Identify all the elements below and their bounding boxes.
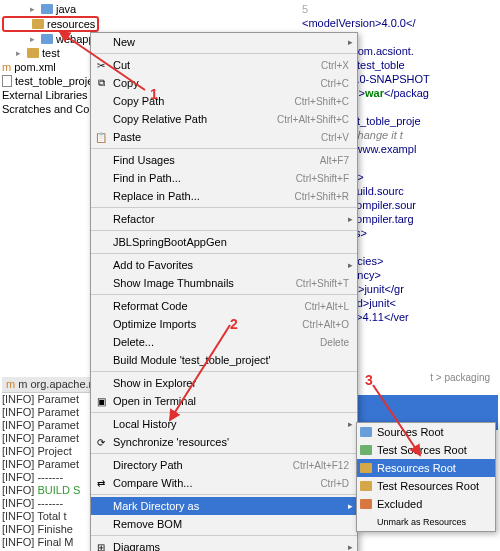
folder-icon bbox=[27, 48, 39, 58]
annotation-3: 3 bbox=[365, 372, 373, 388]
sub-resources[interactable]: Resources Root bbox=[357, 459, 495, 477]
folder-icon bbox=[32, 19, 44, 29]
sub-sources[interactable]: Sources Root bbox=[357, 423, 495, 441]
menu-optimports[interactable]: Optimize ImportsCtrl+Alt+O bbox=[91, 315, 357, 333]
menu-addfav[interactable]: Add to Favorites▸ bbox=[91, 256, 357, 274]
terminal-icon: ▣ bbox=[94, 396, 108, 407]
menu-cut[interactable]: ✂CutCtrl+X bbox=[91, 56, 357, 74]
menu-localhist[interactable]: Local History▸ bbox=[91, 415, 357, 433]
context-menu: New▸ ✂CutCtrl+X ⧉CopyCtrl+C Copy PathCtr… bbox=[90, 32, 358, 551]
menu-copy[interactable]: ⧉CopyCtrl+C bbox=[91, 74, 357, 92]
menu-copypath[interactable]: Copy PathCtrl+Shift+C bbox=[91, 92, 357, 110]
menu-build[interactable]: Build Module 'test_toble_project' bbox=[91, 351, 357, 369]
markdir-submenu: Sources Root Test Sources Root Resources… bbox=[356, 422, 496, 532]
menu-explorer[interactable]: Show in Explorer bbox=[91, 374, 357, 392]
paste-icon: 📋 bbox=[94, 132, 108, 143]
sub-excluded[interactable]: Excluded bbox=[357, 495, 495, 513]
folder-icon bbox=[360, 427, 372, 437]
compare-icon: ⇄ bbox=[94, 478, 108, 489]
menu-paste[interactable]: 📋PasteCtrl+V bbox=[91, 128, 357, 146]
folder-icon bbox=[360, 481, 372, 491]
diagram-icon: ⊞ bbox=[94, 542, 108, 552]
sync-icon: ⟳ bbox=[94, 437, 108, 448]
menu-findusages[interactable]: Find UsagesAlt+F7 bbox=[91, 151, 357, 169]
cut-icon: ✂ bbox=[94, 60, 108, 71]
sub-testsources[interactable]: Test Sources Root bbox=[357, 441, 495, 459]
folder-icon bbox=[360, 445, 372, 455]
menu-replaceinpath[interactable]: Replace in Path...Ctrl+Shift+R bbox=[91, 187, 357, 205]
breadcrumb: t > packaging bbox=[430, 372, 490, 383]
menu-sync[interactable]: ⟳Synchronize 'resources' bbox=[91, 433, 357, 451]
menu-markdir[interactable]: Mark Directory as▸ bbox=[91, 497, 357, 515]
sub-testresources[interactable]: Test Resources Root bbox=[357, 477, 495, 495]
folder-icon bbox=[41, 34, 53, 44]
menu-reformat[interactable]: Reformat CodeCtrl+Alt+L bbox=[91, 297, 357, 315]
menu-terminal[interactable]: ▣Open in Terminal bbox=[91, 392, 357, 410]
menu-findinpath[interactable]: Find in Path...Ctrl+Shift+F bbox=[91, 169, 357, 187]
menu-thumbs[interactable]: Show Image ThumbnailsCtrl+Shift+T bbox=[91, 274, 357, 292]
tree-java[interactable]: ▸java bbox=[2, 2, 138, 16]
menu-copyrelpath[interactable]: Copy Relative PathCtrl+Alt+Shift+C bbox=[91, 110, 357, 128]
folder-icon bbox=[41, 4, 53, 14]
menu-compare[interactable]: ⇄Compare With...Ctrl+D bbox=[91, 474, 357, 492]
menu-dirpath[interactable]: Directory PathCtrl+Alt+F12 bbox=[91, 456, 357, 474]
menu-delete[interactable]: Delete...Delete bbox=[91, 333, 357, 351]
menu-refactor[interactable]: Refactor▸ bbox=[91, 210, 357, 228]
file-icon bbox=[2, 75, 12, 87]
tree-resources[interactable]: resources bbox=[2, 16, 99, 32]
sub-unmark[interactable]: Unmark as Resources bbox=[357, 513, 495, 531]
folder-icon bbox=[360, 463, 372, 473]
menu-jbl[interactable]: JBLSpringBootAppGen bbox=[91, 233, 357, 251]
copy-icon: ⧉ bbox=[94, 77, 108, 89]
annotation-1: 1 bbox=[150, 86, 158, 102]
menu-diagrams[interactable]: ⊞Diagrams▸ bbox=[91, 538, 357, 551]
annotation-2: 2 bbox=[230, 316, 238, 332]
menu-removebom[interactable]: Remove BOM bbox=[91, 515, 357, 533]
menu-new[interactable]: New▸ bbox=[91, 33, 357, 51]
folder-icon bbox=[360, 499, 372, 509]
